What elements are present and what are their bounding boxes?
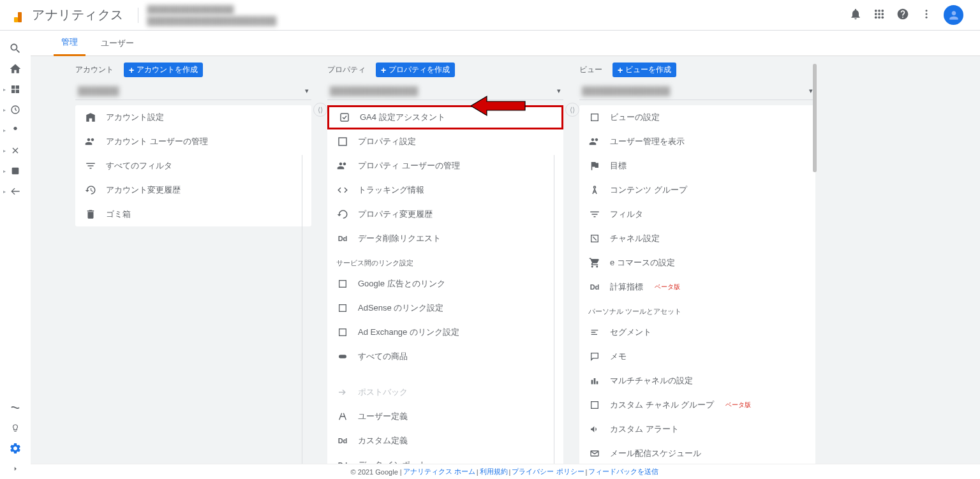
- svg-rect-18: [341, 114, 348, 121]
- custom-definitions[interactable]: Ddカスタム定義: [327, 429, 563, 453]
- channel-settings[interactable]: チャネル設定: [579, 226, 815, 251]
- user-defined[interactable]: ユーザー定義: [327, 404, 563, 429]
- adx-icon: [336, 326, 349, 339]
- dd-icon: Dd: [336, 459, 349, 464]
- acquisition-icon[interactable]: ▸: [0, 140, 31, 161]
- view-selector[interactable]: ███████████████: [579, 82, 815, 100]
- postbacks[interactable]: ポストバック: [327, 380, 563, 404]
- admin-main: アカウント +アカウントを作成 ███████ アカウント設定 アカウント ユー…: [31, 56, 980, 464]
- svg-rect-27: [591, 380, 593, 385]
- all-products[interactable]: すべての商品: [327, 344, 563, 369]
- view-settings-icon: [588, 111, 601, 124]
- admin-gear-icon[interactable]: [0, 438, 31, 459]
- svg-rect-24: [591, 114, 598, 121]
- account-title: アカウント: [75, 64, 114, 75]
- create-view-button[interactable]: +ビューを作成: [612, 63, 676, 77]
- property-column: ⟨⟩ プロパティ +プロパティを作成 ███████████████ GA4 設…: [327, 63, 563, 464]
- help-icon[interactable]: [896, 8, 909, 22]
- account-settings[interactable]: アカウント設定: [75, 105, 311, 129]
- svg-rect-13: [16, 85, 19, 89]
- view-filters[interactable]: フィルタ: [579, 202, 815, 226]
- tracking-info[interactable]: トラッキング情報: [327, 178, 563, 202]
- collapse-icon[interactable]: [0, 459, 31, 479]
- tab-user[interactable]: ユーザー: [93, 31, 142, 55]
- attribution-icon[interactable]: [0, 397, 31, 418]
- property-user-management[interactable]: プロパティ ユーザーの管理: [327, 154, 563, 178]
- dd-icon: Dd: [588, 281, 601, 293]
- create-property-button[interactable]: +プロパティを作成: [376, 63, 455, 77]
- account-selector[interactable]: ███████: [75, 82, 311, 100]
- chan-group-icon: [588, 399, 601, 411]
- footer-privacy-link[interactable]: プライバシー ポリシー: [512, 467, 584, 476]
- search-icon[interactable]: [0, 38, 31, 59]
- home-icon[interactable]: [0, 59, 31, 79]
- property-selector[interactable]: ████████████████ ██████████████████████: [145, 5, 850, 26]
- account-avatar[interactable]: [944, 5, 963, 25]
- realtime-icon[interactable]: ▸: [0, 99, 31, 120]
- adsense-linking[interactable]: AdSense のリンク設定: [327, 296, 563, 320]
- svg-rect-21: [339, 305, 346, 312]
- scrollbar[interactable]: [813, 64, 817, 172]
- calculated-metrics[interactable]: Dd計算指標ベータ版: [579, 275, 815, 299]
- property-settings[interactable]: プロパティ設定: [327, 129, 563, 154]
- view-settings[interactable]: ビューの設定: [579, 105, 815, 129]
- create-account-button[interactable]: +アカウントを作成: [124, 63, 203, 77]
- conversions-icon[interactable]: ▸: [0, 181, 31, 202]
- collapse-view-icon[interactable]: ⟨⟩: [565, 103, 579, 117]
- audience-icon[interactable]: ▸: [0, 120, 31, 140]
- ads-icon: [336, 277, 349, 290]
- history-icon: [84, 184, 97, 196]
- app-name: アナリティクス: [32, 6, 124, 24]
- custom-channel-groups[interactable]: カスタム チャネル グループベータ版: [579, 393, 815, 417]
- data-deletion-requests[interactable]: Ddデータ削除リクエスト: [327, 226, 563, 251]
- tab-admin[interactable]: 管理: [54, 30, 85, 56]
- segments[interactable]: セグメント: [579, 320, 815, 344]
- adsense-icon: [336, 302, 349, 314]
- notifications-icon[interactable]: [849, 8, 862, 22]
- discover-icon[interactable]: [0, 418, 31, 438]
- ga4-setup-assistant[interactable]: GA4 設定アシスタント: [327, 105, 563, 129]
- multi-channel-settings[interactable]: マルチチャネルの設定: [579, 369, 815, 393]
- annotations[interactable]: メモ: [579, 344, 815, 369]
- collapse-property-icon[interactable]: ⟨⟩: [313, 103, 327, 117]
- view-user-management[interactable]: ユーザー管理を表示: [579, 129, 815, 154]
- apps-icon[interactable]: [873, 8, 885, 22]
- footer-feedback-link[interactable]: フィードバックを送信: [588, 467, 658, 476]
- people-icon: [84, 135, 97, 148]
- svg-point-9: [926, 10, 928, 11]
- footer-home-link[interactable]: アナリティクス ホーム: [403, 467, 475, 476]
- content-grouping[interactable]: コンテンツ グループ: [579, 178, 815, 202]
- svg-rect-14: [11, 90, 15, 93]
- data-import[interactable]: Ddデータ インポート: [327, 453, 563, 464]
- ecommerce-settings[interactable]: e コマースの設定: [579, 251, 815, 275]
- goals[interactable]: 目標: [579, 154, 815, 178]
- property-change-history[interactable]: プロパティ変更履歴: [327, 202, 563, 226]
- svg-point-0: [875, 10, 877, 12]
- ad-exchange-linking[interactable]: Ad Exchange のリンク設定: [327, 320, 563, 344]
- account-column: アカウント +アカウントを作成 ███████ アカウント設定 アカウント ユー…: [75, 63, 311, 464]
- logo[interactable]: アナリティクス: [5, 6, 131, 24]
- cart-icon: [588, 256, 601, 269]
- footer: © 2021 Google | アナリティクス ホーム | 利用規約 | プライ…: [31, 464, 980, 479]
- svg-point-8: [881, 16, 884, 18]
- view-column: ⟨⟩ ビュー +ビューを作成 ███████████████ ビューの設定 ユー…: [579, 63, 815, 464]
- scheduled-emails[interactable]: メール配信スケジュール: [579, 441, 815, 464]
- custom-alerts[interactable]: カスタム アラート: [579, 417, 815, 441]
- svg-point-2: [881, 10, 884, 12]
- more-icon[interactable]: [921, 8, 932, 22]
- user-def-icon: [336, 410, 349, 423]
- google-ads-linking[interactable]: Google 広告とのリンク: [327, 272, 563, 296]
- footer-terms-link[interactable]: 利用規約: [480, 467, 508, 476]
- svg-point-3: [875, 13, 877, 15]
- building-icon: [84, 111, 97, 124]
- section-product-linking: サービス間のリンク設定: [327, 251, 563, 272]
- behavior-icon[interactable]: ▸: [0, 161, 31, 181]
- checkbox-icon: [338, 111, 351, 124]
- all-filters[interactable]: すべてのフィルタ: [75, 154, 311, 178]
- trash-can[interactable]: ゴミ箱: [75, 202, 311, 226]
- account-change-history[interactable]: アカウント変更履歴: [75, 178, 311, 202]
- dd-icon: Dd: [336, 232, 349, 245]
- customization-icon[interactable]: ▸: [0, 79, 31, 99]
- account-user-management[interactable]: アカウント ユーザーの管理: [75, 129, 311, 154]
- property-selector-main[interactable]: ███████████████: [327, 82, 563, 100]
